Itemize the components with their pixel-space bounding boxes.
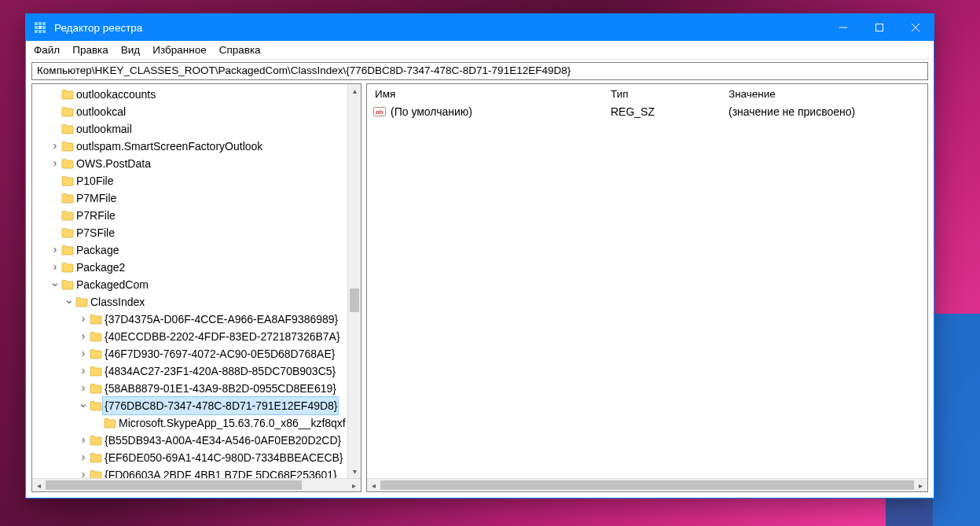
- titlebar[interactable]: Редактор реестра: [26, 14, 934, 41]
- folder-icon: [89, 452, 103, 463]
- folder-icon: [61, 245, 75, 256]
- tree-pane: outlookaccountsoutlookcaloutlookmail›out…: [31, 83, 362, 492]
- menu-file[interactable]: Файл: [34, 44, 60, 56]
- folder-icon: [103, 417, 117, 429]
- folder-icon: [61, 193, 75, 204]
- svg-rect-4: [39, 26, 42, 29]
- tree-item[interactable]: ›{FD06603A 2BDF 4BB1 B7DF 5DC68F253601}: [32, 466, 361, 478]
- values-list[interactable]: ab (По умолчанию) REG_SZ (значение не пр…: [367, 103, 927, 478]
- tree-item[interactable]: outlookaccounts: [32, 86, 361, 103]
- tree-vertical-scrollbar[interactable]: ▴ ▾: [347, 84, 361, 478]
- tree-item[interactable]: outlookcal: [32, 103, 361, 120]
- tree-item[interactable]: ›{B55DB943-A00A-4E34-A546-0AF0EB20D2CD}: [32, 432, 361, 449]
- scroll-up-icon[interactable]: ▴: [348, 84, 361, 97]
- scroll-down-icon[interactable]: ▾: [348, 465, 361, 478]
- tree-item-label: P7MFile: [75, 189, 116, 207]
- svg-rect-5: [42, 26, 46, 29]
- tree-item[interactable]: ›PackagedCom: [32, 276, 361, 293]
- tree-item[interactable]: ›{40ECCDBB-2202-4FDF-83ED-272187326B7A}: [32, 328, 361, 345]
- tree-item[interactable]: P7RFile: [32, 207, 361, 224]
- address-bar[interactable]: Компьютер\HKEY_CLASSES_ROOT\PackagedCom\…: [31, 62, 928, 80]
- folder-icon: [89, 314, 103, 325]
- scroll-thumb[interactable]: [46, 480, 302, 490]
- value-name: (По умолчанию): [387, 105, 603, 118]
- tree-item[interactable]: ›Package2: [32, 259, 361, 276]
- minimize-button[interactable]: [825, 14, 861, 41]
- expand-toggle[interactable]: ›: [78, 397, 89, 415]
- value-data: (значение не присвоено): [721, 105, 927, 118]
- regedit-window: Редактор реестра Файл Правка Вид Избранн…: [25, 13, 934, 498]
- window-title: Редактор реестра: [54, 22, 142, 34]
- close-button[interactable]: [897, 14, 934, 41]
- tree-item-label: {B55DB943-A00A-4E34-A546-0AF0EB20D2CD}: [103, 432, 341, 449]
- expand-toggle[interactable]: ›: [78, 311, 89, 329]
- expand-toggle[interactable]: ›: [78, 380, 89, 398]
- tree-item[interactable]: ›{37D4375A-D06F-4CCE-A966-EA8AF9386989}: [32, 311, 361, 328]
- svg-rect-1: [39, 22, 42, 25]
- menu-favorites[interactable]: Избранное: [152, 44, 206, 56]
- tree-item[interactable]: P7SFile: [32, 224, 361, 241]
- tree-item[interactable]: ›{58AB8879-01E1-43A9-8B2D-0955CD8EE619}: [32, 380, 361, 397]
- app-icon: [34, 21, 46, 34]
- scroll-left-icon[interactable]: ◂: [367, 479, 380, 492]
- tree-item-label: outlookmail: [75, 120, 132, 138]
- expand-toggle[interactable]: ›: [78, 328, 89, 346]
- folder-icon: [89, 383, 103, 394]
- expand-toggle[interactable]: ›: [78, 466, 89, 479]
- scroll-thumb[interactable]: [380, 480, 914, 490]
- expand-toggle[interactable]: ›: [50, 155, 61, 173]
- content-panes: outlookaccountsoutlookcaloutlookmail›out…: [26, 83, 934, 498]
- tree-item-label: ClassIndex: [89, 293, 145, 311]
- tree-item-label: OWS.PostData: [75, 155, 151, 172]
- menu-edit[interactable]: Правка: [72, 44, 108, 56]
- tree-item[interactable]: P10File: [32, 172, 361, 189]
- menu-view[interactable]: Вид: [121, 44, 140, 56]
- registry-tree[interactable]: outlookaccountsoutlookcaloutlookmail›out…: [32, 84, 361, 478]
- expand-toggle[interactable]: ›: [78, 449, 89, 467]
- folder-icon: [61, 158, 75, 169]
- expand-toggle[interactable]: ›: [78, 362, 89, 381]
- tree-item[interactable]: ›ClassIndex: [32, 293, 361, 311]
- tree-item-label: P7SFile: [75, 224, 115, 241]
- tree-item-label: P10File: [75, 172, 113, 189]
- tree-item[interactable]: ›{46F7D930-7697-4072-AC90-0E5D68D768AE}: [32, 345, 361, 362]
- scroll-left-icon[interactable]: ◂: [32, 479, 46, 492]
- maximize-button[interactable]: [861, 14, 897, 41]
- expand-toggle[interactable]: ›: [78, 432, 89, 450]
- tree-item[interactable]: ›{776DBC8D-7347-478C-8D71-791E12EF49D8}: [32, 397, 361, 414]
- column-type[interactable]: Тип: [603, 88, 721, 100]
- tree-item[interactable]: ›OWS.PostData: [32, 155, 361, 172]
- expand-toggle[interactable]: ›: [50, 259, 61, 277]
- expand-toggle[interactable]: ›: [50, 138, 61, 156]
- svg-rect-6: [35, 30, 38, 33]
- expand-toggle[interactable]: ›: [78, 345, 89, 363]
- expand-toggle[interactable]: ›: [50, 276, 61, 294]
- tree-item[interactable]: outlookmail: [32, 120, 361, 138]
- folder-icon: [89, 366, 103, 377]
- tree-item-label: Microsoft.SkypeApp_15.63.76.0_x86__kzf8q…: [117, 414, 346, 432]
- scroll-right-icon[interactable]: ▸: [914, 479, 927, 492]
- values-header: Имя Тип Значение: [367, 84, 927, 103]
- tree-horizontal-scrollbar[interactable]: ◂ ▸: [32, 478, 361, 491]
- svg-rect-2: [42, 22, 46, 25]
- value-row[interactable]: ab (По умолчанию) REG_SZ (значение не пр…: [367, 103, 927, 120]
- expand-toggle[interactable]: ›: [64, 293, 75, 311]
- scroll-thumb[interactable]: [350, 289, 359, 312]
- expand-toggle[interactable]: ›: [50, 241, 61, 259]
- tree-item[interactable]: ›{EF6DE050-69A1-414C-980D-7334BBEACECB}: [32, 449, 361, 466]
- tree-item[interactable]: P7MFile: [32, 189, 361, 207]
- folder-icon: [89, 469, 103, 478]
- tree-item[interactable]: ›outlspam.SmartScreenFactoryOutlook: [32, 138, 361, 155]
- tree-item[interactable]: ›{4834AC27-23F1-420A-888D-85DC70B903C5}: [32, 362, 361, 380]
- tree-item[interactable]: ›Package: [32, 241, 361, 259]
- column-name[interactable]: Имя: [367, 88, 603, 100]
- column-value[interactable]: Значение: [721, 88, 927, 100]
- menu-help[interactable]: Справка: [219, 44, 261, 56]
- tree-item[interactable]: Microsoft.SkypeApp_15.63.76.0_x86__kzf8q…: [32, 414, 361, 432]
- tree-item-label: {FD06603A 2BDF 4BB1 B7DF 5DC68F253601}: [103, 466, 337, 478]
- tree-item-label: {4834AC27-23F1-420A-888D-85DC70B903C5}: [103, 362, 336, 380]
- tree-item-label: Package: [75, 241, 119, 259]
- svg-rect-7: [39, 30, 42, 33]
- scroll-right-icon[interactable]: ▸: [347, 479, 361, 492]
- values-horizontal-scrollbar[interactable]: ◂ ▸: [367, 478, 927, 491]
